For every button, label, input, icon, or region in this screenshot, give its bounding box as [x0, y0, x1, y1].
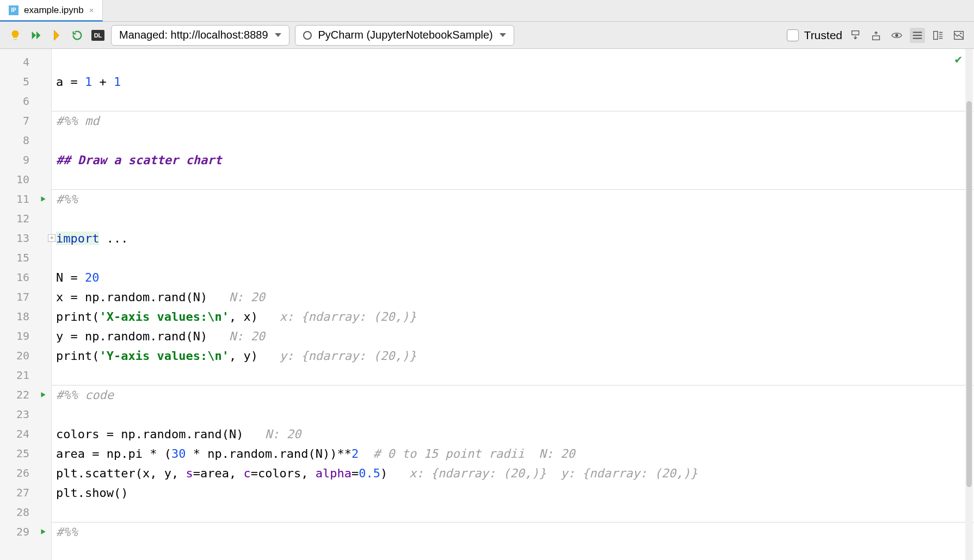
chevron-down-icon	[275, 33, 281, 37]
code-line[interactable]: #%% code	[52, 385, 974, 405]
select-cell-above-icon[interactable]	[868, 28, 884, 43]
line-number: 27	[0, 483, 51, 502]
line-number: 6	[0, 91, 51, 111]
line-number: 22	[0, 385, 51, 405]
code-line[interactable]: N = 20	[52, 267, 974, 287]
code-line[interactable]	[52, 405, 974, 424]
line-number: 11	[0, 189, 51, 209]
tab-bar: IP example.ipynb ×	[0, 0, 974, 22]
code-line[interactable]	[52, 365, 974, 385]
code-line[interactable]: import ...	[52, 228, 974, 248]
code-line[interactable]	[52, 91, 974, 111]
run-cell-icon[interactable]	[39, 388, 47, 401]
line-number: 29	[0, 522, 51, 542]
line-number: 25	[0, 444, 51, 463]
line-number: 9	[0, 150, 51, 170]
svg-point-2	[895, 34, 898, 37]
vertical-scrollbar[interactable]	[965, 49, 973, 560]
svg-rect-1	[873, 35, 880, 39]
line-number: 5	[0, 72, 51, 91]
line-number: 7	[0, 111, 51, 130]
code-line[interactable]	[52, 130, 974, 150]
code-line[interactable]	[52, 502, 974, 522]
run-all-icon[interactable]	[28, 28, 44, 43]
code-line[interactable]: y = np.random.rand(N) N: 20	[52, 326, 974, 346]
interrupt-icon[interactable]	[49, 28, 64, 43]
code-line[interactable]	[52, 209, 974, 228]
code-line[interactable]: x = np.random.rand(N) N: 20	[52, 287, 974, 307]
svg-rect-0	[852, 30, 859, 34]
kernel-status-icon	[303, 31, 312, 40]
line-number: 17	[0, 287, 51, 307]
server-dropdown[interactable]: Managed: http://localhost:8889	[111, 25, 289, 46]
line-number: 18	[0, 307, 51, 326]
scroll-thumb[interactable]	[966, 101, 972, 487]
code-line[interactable]	[52, 248, 974, 267]
line-number: 8	[0, 130, 51, 150]
line-number: 28	[0, 502, 51, 522]
line-number: 21	[0, 365, 51, 385]
code-line[interactable]	[52, 52, 974, 72]
editor-area: 45678910111213+1516171819202122232425262…	[0, 49, 974, 560]
code-line[interactable]: #%%	[52, 189, 974, 209]
code-line[interactable]: colors = np.random.rand(N) N: 20	[52, 424, 974, 444]
code-line[interactable]: plt.scatter(x, y, s=area, c=colors, alph…	[52, 463, 974, 483]
code-line[interactable]: print('Y-axis values:\n', y) y: {ndarray…	[52, 346, 974, 365]
kernel-dropdown[interactable]: PyCharm (JupyterNotebookSample)	[295, 25, 514, 46]
code-line[interactable]: #%% md	[52, 111, 974, 130]
chevron-down-icon	[500, 33, 506, 37]
preview-icon[interactable]	[951, 28, 966, 43]
soft-wrap-icon[interactable]	[910, 28, 925, 43]
line-number: 10	[0, 170, 51, 189]
intention-bulb-icon[interactable]	[8, 28, 23, 43]
show-variables-icon[interactable]	[889, 28, 904, 43]
code-line[interactable]: print('X-axis values:\n', x) x: {ndarray…	[52, 307, 974, 326]
line-number: 23	[0, 405, 51, 424]
jupyter-file-icon: IP	[9, 5, 19, 15]
run-cell-icon[interactable]	[39, 192, 47, 206]
line-number: 20	[0, 346, 51, 365]
line-number: 15	[0, 248, 51, 267]
code-line[interactable]: plt.show()	[52, 483, 974, 502]
code-line[interactable]: ## Draw a scatter chart	[52, 150, 974, 170]
trusted-label: Trusted	[804, 29, 842, 42]
line-number: 4	[0, 52, 51, 72]
inspection-ok-icon[interactable]: ✔	[955, 52, 962, 66]
close-icon[interactable]: ×	[89, 5, 94, 15]
select-cell-below-icon[interactable]	[848, 28, 863, 43]
code-line[interactable]	[52, 170, 974, 189]
svg-point-5	[960, 32, 961, 34]
split-view-icon[interactable]	[930, 28, 946, 43]
line-number: 12	[0, 209, 51, 228]
line-number: 19	[0, 326, 51, 346]
restart-icon[interactable]	[70, 28, 85, 43]
kernel-dropdown-label: PyCharm (JupyterNotebookSample)	[318, 29, 493, 41]
datalore-icon[interactable]: DL	[90, 28, 106, 43]
line-number: 16	[0, 267, 51, 287]
line-number: 26	[0, 463, 51, 483]
line-number: 13+	[0, 228, 51, 248]
file-tab[interactable]: IP example.ipynb ×	[0, 0, 103, 22]
svg-rect-3	[934, 31, 938, 39]
toolbar: DL Managed: http://localhost:8889 PyChar…	[0, 22, 974, 49]
code-editor[interactable]: ✔ a = 1 + 1#%% md## Draw a scatter chart…	[52, 49, 974, 560]
line-number: 24	[0, 424, 51, 444]
file-tab-label: example.ipynb	[24, 5, 84, 16]
code-line[interactable]: area = np.pi * (30 * np.random.rand(N))*…	[52, 444, 974, 463]
code-line[interactable]: a = 1 + 1	[52, 72, 974, 91]
gutter: 45678910111213+1516171819202122232425262…	[0, 49, 52, 560]
trusted-checkbox[interactable]	[787, 29, 799, 41]
run-cell-icon[interactable]	[39, 525, 47, 538]
server-dropdown-label: Managed: http://localhost:8889	[119, 29, 268, 41]
code-line[interactable]: #%%	[52, 522, 974, 542]
